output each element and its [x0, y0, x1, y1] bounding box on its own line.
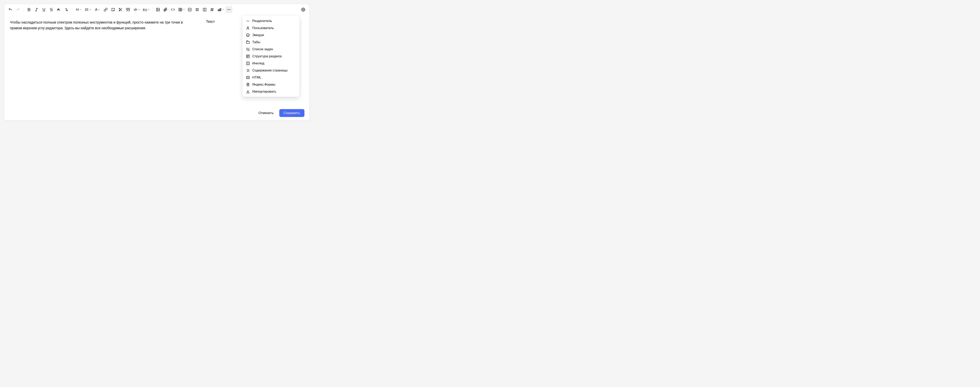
chevron-down-icon — [147, 8, 150, 11]
block-button[interactable] — [194, 6, 201, 13]
menu-item-toc[interactable]: Содержание страницы — [242, 67, 299, 74]
redo-button[interactable] — [14, 6, 21, 13]
checkbox-button[interactable] — [186, 6, 193, 13]
svg-point-9 — [86, 10, 86, 10]
chevron-down-icon — [79, 8, 81, 11]
menu-item-label: Эмодзи — [252, 33, 264, 37]
font-label: A — [95, 8, 97, 11]
menu-item-label: Табы — [252, 40, 260, 44]
svg-rect-23 — [188, 8, 191, 11]
menu-item-tabs[interactable]: Табы — [242, 38, 299, 46]
more-button[interactable] — [225, 6, 232, 13]
menu-item-label: HTML — [252, 75, 261, 80]
svg-point-37 — [303, 9, 304, 10]
menu-item-label: Импортировать — [252, 90, 276, 94]
svg-line-14 — [121, 10, 122, 11]
cancel-button[interactable]: Отменить — [258, 109, 275, 117]
quote-button[interactable] — [124, 6, 132, 13]
tabs-icon — [246, 40, 250, 44]
toolbar: Н A — [4, 4, 310, 15]
menu-item-label: Список задач — [252, 47, 273, 51]
menu-item-label: Инклюд — [252, 61, 264, 66]
emoji-icon — [246, 33, 250, 37]
forms-icon — [246, 83, 250, 86]
more-menu: Разделитель Пользователь Эмодзи Табы Спи… — [242, 16, 299, 97]
monospace-button[interactable] — [55, 6, 62, 13]
editor-window: Н A — [4, 4, 310, 121]
menu-item-label: Содержание страницы — [252, 69, 288, 72]
formula-label: f(x) — [143, 8, 147, 11]
html-icon — [246, 75, 250, 80]
chart-dropdown[interactable] — [216, 6, 225, 13]
structure-icon — [246, 54, 250, 58]
svg-line-27 — [211, 8, 212, 11]
include-icon — [246, 61, 250, 66]
menu-item-forms[interactable]: Яндекс.Формы — [242, 81, 299, 88]
svg-rect-31 — [218, 10, 219, 11]
heading-label: Н — [76, 8, 79, 11]
save-button[interactable]: Сохранить — [279, 109, 304, 117]
svg-point-40 — [247, 34, 250, 37]
list-dropdown[interactable] — [83, 6, 92, 13]
toc-icon — [246, 69, 250, 72]
code-dropdown[interactable] — [132, 6, 141, 13]
chevron-down-icon — [98, 8, 100, 11]
svg-point-8 — [86, 8, 86, 9]
table-dropdown[interactable] — [177, 6, 186, 13]
columns-button[interactable] — [201, 6, 208, 13]
chevron-down-icon — [222, 8, 224, 11]
menu-item-label: Структура раздела — [252, 54, 282, 58]
menu-item-structure[interactable]: Структура раздела — [242, 53, 299, 60]
cut-button[interactable] — [117, 6, 124, 13]
formula-dropdown[interactable]: f(x) — [141, 6, 150, 13]
menu-item-tasklist[interactable]: Список задач — [242, 46, 299, 53]
note-button[interactable] — [110, 6, 117, 13]
chevron-down-icon — [138, 8, 140, 11]
svg-point-36 — [230, 9, 230, 10]
image-button[interactable] — [154, 6, 162, 13]
link-button[interactable] — [102, 6, 109, 13]
separator — [152, 7, 153, 12]
svg-rect-57 — [247, 76, 250, 79]
tasklist-icon — [246, 47, 250, 51]
attachment-button[interactable] — [162, 6, 169, 13]
divider-icon — [246, 19, 250, 23]
menu-item-html[interactable]: HTML — [242, 74, 299, 81]
heading-dropdown[interactable]: Н — [74, 6, 83, 13]
menu-item-divider[interactable]: Разделитель — [242, 18, 299, 24]
svg-point-39 — [247, 27, 249, 28]
strikethrough-button[interactable] — [48, 6, 55, 13]
menu-item-label: Яндекс.Формы — [252, 83, 275, 86]
font-color-dropdown[interactable]: A — [93, 6, 102, 13]
menu-item-user[interactable]: Пользователь — [242, 24, 299, 32]
menu-item-label: Разделитель — [252, 19, 272, 23]
svg-line-2 — [36, 8, 37, 11]
svg-point-10 — [86, 10, 86, 11]
underline-button[interactable] — [40, 6, 48, 13]
svg-rect-43 — [247, 42, 250, 43]
menu-item-import[interactable]: Импортировать — [242, 88, 299, 95]
anchor-button[interactable] — [208, 6, 216, 13]
embed-button[interactable] — [169, 6, 177, 13]
svg-line-28 — [212, 8, 213, 11]
body-text[interactable]: Чтобы насладиться полным спектром полезн… — [10, 20, 188, 31]
side-label: Текст — [206, 20, 215, 31]
menu-item-include[interactable]: Инклюд — [242, 60, 299, 67]
footer: Отменить Сохранить — [258, 109, 304, 117]
menu-item-emoji[interactable]: Эмодзи — [242, 32, 299, 38]
separator — [23, 7, 24, 12]
svg-rect-33 — [220, 8, 221, 11]
bold-button[interactable] — [25, 6, 33, 13]
svg-point-34 — [228, 9, 228, 10]
svg-line-16 — [135, 8, 136, 11]
svg-line-15 — [120, 9, 121, 10]
italic-button[interactable] — [33, 6, 40, 13]
settings-button[interactable] — [300, 6, 307, 13]
chevron-down-icon — [183, 8, 185, 11]
chevron-down-icon — [89, 8, 92, 11]
undo-button[interactable] — [7, 6, 14, 13]
clear-format-button[interactable] — [63, 6, 70, 13]
svg-point-35 — [229, 9, 229, 10]
import-icon — [246, 90, 250, 94]
svg-rect-32 — [219, 9, 220, 11]
